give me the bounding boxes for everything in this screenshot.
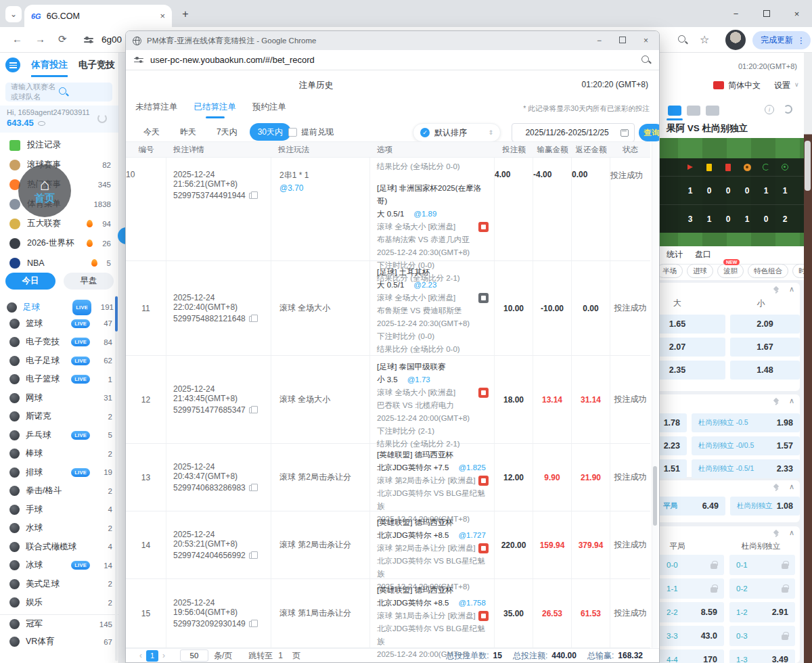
sidebar-scrollbar-thumb[interactable]	[115, 296, 118, 332]
per-page-input[interactable]: 50	[180, 649, 208, 662]
sidebar-sport-efootball[interactable]: 电子足球LIVE62	[0, 352, 119, 371]
sidebar-sport-champion[interactable]: 冠军145	[0, 614, 119, 633]
pin-icon[interactable]	[773, 484, 780, 491]
tab-close-icon[interactable]: ×	[160, 11, 165, 21]
sidebar-sport-ebasketball[interactable]: 电子篮球LIVE1	[0, 370, 119, 389]
maximize-icon[interactable]	[619, 36, 626, 45]
popup-address-bar[interactable]: user-pc-new.youbaokun.com/#/bet_record	[126, 50, 659, 70]
sidebar-sport-baseball[interactable]: 棒球2	[0, 444, 119, 463]
tab-stream-view[interactable]	[706, 106, 719, 116]
collapse-icon[interactable]: ∧	[789, 396, 794, 405]
range-7天内[interactable]: 7天内	[208, 123, 246, 141]
date-range-input[interactable]: 2025/11/26-2025/12/25	[512, 123, 635, 142]
odds-cell[interactable]: 1.67	[730, 338, 800, 357]
forward-icon[interactable]: →	[35, 33, 45, 45]
copy-icon[interactable]	[249, 316, 254, 322]
odds-cell[interactable]: 杜尚别独立 1.08	[730, 497, 800, 516]
popup-url[interactable]: user-pc-new.youbaokun.com/#/bet_record	[150, 55, 635, 65]
prev-page-icon[interactable]: ‹	[139, 651, 142, 660]
tune-icon[interactable]	[134, 57, 143, 64]
popup-titlebar[interactable]: PM体育-亚洲在线体育竞猜投注 - Google Chrome − ×	[126, 31, 659, 50]
home-float-button[interactable]: ⌂ 首页	[18, 164, 71, 217]
sidebar-sport-basketball[interactable]: 篮球LIVE47	[0, 315, 119, 334]
zoom-out-icon[interactable]	[678, 35, 687, 45]
minimize-icon[interactable]: −	[597, 36, 602, 45]
live-badge-icon[interactable]	[478, 543, 489, 553]
search-icon[interactable]	[641, 55, 651, 65]
sidebar-quick-item[interactable]: 五大联赛94	[0, 214, 119, 233]
odds-cell[interactable]: 杜尚别独立 -0.51.98	[692, 413, 800, 432]
profile-avatar[interactable]	[725, 30, 746, 50]
sidebar-sport-football[interactable]: 足球LIVE191	[0, 296, 119, 315]
pill-进球[interactable]: 进球	[687, 264, 713, 278]
page-number-button[interactable]: 1	[146, 650, 158, 662]
early-cashout-checkbox[interactable]: 提前兑现	[288, 127, 334, 138]
pin-icon[interactable]	[773, 398, 780, 405]
tab-search-button[interactable]: ⌄	[5, 6, 22, 22]
back-icon[interactable]: ←	[12, 33, 22, 45]
market-tab-统计[interactable]: 统计	[667, 249, 683, 260]
tab-stats-view[interactable]	[687, 106, 700, 116]
sort-select[interactable]: ✓ 默认排序 ⇕	[413, 123, 501, 142]
address-bar-text[interactable]: 6g00	[102, 35, 122, 45]
close-icon[interactable]: ×	[644, 36, 648, 45]
copy-icon[interactable]	[249, 621, 254, 627]
collapse-icon[interactable]: ∧	[789, 528, 794, 537]
odds-cell[interactable]: 杜尚别独立 -0/0.51.57	[692, 436, 800, 455]
odds-cell[interactable]: 2.09	[730, 315, 800, 334]
sidebar-quick-item[interactable]: NBA5	[0, 253, 119, 273]
range-昨天[interactable]: 昨天	[172, 123, 204, 141]
pill-特色组合[interactable]: 特色组合	[748, 264, 788, 278]
reload-icon[interactable]: ⟳	[58, 33, 67, 45]
sidebar-sport-snooker[interactable]: 斯诺克2	[0, 407, 119, 426]
score-odds-cell[interactable]: 1-33.49	[729, 649, 795, 663]
copy-icon[interactable]	[249, 485, 254, 491]
market-tab-盘口[interactable]: 盘口	[695, 249, 711, 260]
next-page-icon[interactable]: ›	[162, 651, 165, 660]
popup-scrollbar-thumb[interactable]	[653, 466, 657, 526]
sidebar-sport-handball[interactable]: 手球4	[0, 501, 119, 520]
sidebar-sport-boxing[interactable]: 拳击/格斗2	[0, 482, 119, 501]
refresh-icon[interactable]	[784, 105, 792, 114]
checkbox-icon[interactable]	[288, 128, 297, 137]
tune-icon[interactable]	[84, 37, 93, 43]
browser-tab[interactable]: 6G 6G.COM ×	[24, 5, 172, 27]
chrome-update-button[interactable]: 完成更新 ⋮	[752, 31, 811, 49]
pin-icon[interactable]	[773, 530, 780, 537]
league-search-input[interactable]: 请输入联赛名或球队名	[5, 83, 112, 101]
tab-预约注单[interactable]: 预约注单	[252, 101, 286, 118]
sidebar-sport-am-football[interactable]: 美式足球2	[0, 575, 119, 594]
score-odds-cell[interactable]: 1-22.91	[729, 602, 795, 622]
query-button[interactable]: 查询	[639, 124, 659, 141]
tab-已结算注单[interactable]: 已结算注单	[194, 101, 237, 118]
odds-cell[interactable]: 1.48	[730, 361, 800, 380]
sidebar-sport-vr-sports[interactable]: VR体育67	[0, 633, 119, 651]
popup-scrollbar-track[interactable]	[652, 141, 658, 648]
settings-select[interactable]: 设置	[774, 80, 790, 91]
live-badge-icon[interactable]	[478, 611, 489, 621]
jump-page-value[interactable]: 1	[278, 651, 283, 660]
pill-波胆[interactable]: 波胆NEW	[717, 264, 744, 278]
stats-badge-icon[interactable]	[478, 293, 489, 303]
range-今天[interactable]: 今天	[135, 123, 168, 141]
minimize-icon[interactable]: −	[721, 9, 751, 19]
info-icon[interactable]: i	[765, 105, 774, 114]
copy-icon[interactable]	[249, 193, 254, 199]
sidebar-quick-item[interactable]: 投注记录	[0, 135, 119, 155]
today-button[interactable]: 今日	[5, 273, 55, 290]
sidebar-sport-entertainment[interactable]: 娱乐2	[0, 593, 119, 612]
pill-半场[interactable]: 半场	[656, 264, 683, 278]
sidebar-scrollbar-track[interactable]	[115, 296, 118, 661]
menu-hamburger-icon[interactable]	[5, 58, 20, 72]
refresh-balance-icon[interactable]	[97, 114, 107, 123]
bookmark-star-icon[interactable]: ☆	[700, 33, 709, 46]
collapse-icon[interactable]: ∧	[789, 482, 794, 491]
eye-icon[interactable]	[38, 121, 45, 126]
nav-tab[interactable]: 电子竞技	[78, 53, 115, 77]
live-badge-icon[interactable]	[478, 476, 489, 486]
sidebar-sport-volleyball[interactable]: 排球LIVE19	[0, 463, 119, 482]
nav-tab[interactable]: 体育投注	[31, 53, 68, 77]
sidebar-sport-rugby[interactable]: 联合式橄榄球4	[0, 538, 119, 557]
sidebar-sport-waterpolo[interactable]: 水球2	[0, 519, 119, 538]
copy-icon[interactable]	[249, 553, 254, 559]
